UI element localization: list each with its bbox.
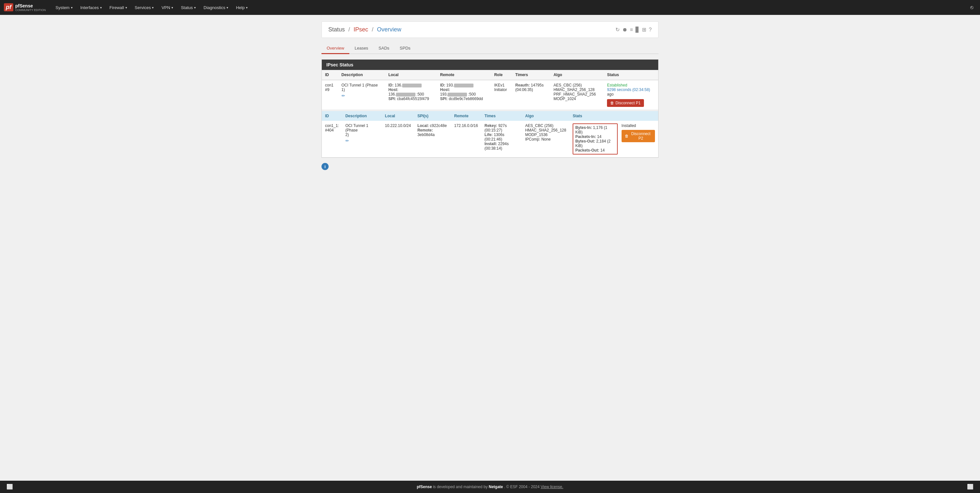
p1-local-id-value: 136. xyxy=(395,83,402,87)
p1-remote-id: ID: 193. xyxy=(440,83,488,87)
p1-status-seconds: 9298 seconds (02:34:58) xyxy=(607,87,655,92)
info-icon[interactable]: i xyxy=(321,163,329,170)
p1-algo-2: HMAC_SHA2_256_128 xyxy=(554,87,600,92)
p2-packets-in-label: Packets-In: xyxy=(575,135,596,139)
caret-icon: ▾ xyxy=(246,6,248,10)
nav-item-diagnostics[interactable]: Diagnostics▾ xyxy=(200,0,232,15)
p1-algo-cell: AES_CBC (256) HMAC_SHA2_256_128 PRF_HMAC… xyxy=(550,80,604,110)
p2-times-cell: Rekey: 927s (00:15:27) Life: 1306s (00:2… xyxy=(481,121,522,157)
content-wrapper: Status / IPsec / Overview ↻ ⏺ ≡ ▊ ⊞ ? Ov… xyxy=(312,15,668,196)
tab-bar: Overview Leases SADs SPDs xyxy=(321,43,659,54)
p1-col-status: Status xyxy=(604,70,658,80)
caret-icon: ▾ xyxy=(194,6,196,10)
nav-item-interfaces[interactable]: Interfaces▾ xyxy=(76,0,106,15)
p2-table-header: ID Description Local SPI(s) Remote Times… xyxy=(322,111,658,121)
p1-reauth-value: 14795s xyxy=(531,83,544,87)
p1-local-host-label: Host: xyxy=(388,87,398,92)
bc-sep-2: / xyxy=(372,26,373,33)
p2-algo-4: IPComp: None xyxy=(525,137,566,141)
p1-timers-cell: Reauth: 14795s (04:06:35) xyxy=(512,80,550,110)
p1-remote-id-label: ID: xyxy=(440,83,445,87)
chart-icon[interactable]: ▊ xyxy=(635,27,640,33)
p1-role-line1: IKEv1 xyxy=(494,83,509,87)
p1-local-host-redacted xyxy=(396,93,415,97)
disconnect-p1-button[interactable]: 🗑 Disconnect P1 xyxy=(607,99,644,107)
p1-reauth-label: Reauth: xyxy=(515,83,530,87)
p1-id-line1: con1 xyxy=(325,83,335,87)
tab-sads[interactable]: SADs xyxy=(373,43,395,54)
p1-remote-host-value: 193. xyxy=(440,92,447,97)
p2-packets-out-value: 14 xyxy=(600,148,605,152)
p2-stats-cell: Bytes-In: 1,176 (1 KiB) Packets-In: 14 B… xyxy=(570,121,658,157)
help-icon[interactable]: ? xyxy=(649,27,652,33)
nav-item-services[interactable]: Services▾ xyxy=(131,0,158,15)
p1-remote-spi: SPI: dcd9e9c7eb8669dd xyxy=(440,97,488,101)
caret-icon: ▾ xyxy=(172,6,173,10)
p2-install-value: 2294s xyxy=(498,141,509,146)
p2-col-spi: SPI(s) xyxy=(414,111,451,121)
refresh-icon[interactable]: ↻ xyxy=(616,27,620,33)
disconnect-p2-button[interactable]: 🗑 Disconnect P2 xyxy=(622,130,655,142)
p2-spi-cell: Local: c922c48e Remote: 3eb08d4a xyxy=(414,121,451,157)
brand-sub: COMMUNITY EDITION xyxy=(15,8,46,12)
p2-spi-remote-value: 3eb08d4a xyxy=(417,133,434,137)
p2-packets-in-value: 14 xyxy=(597,135,601,139)
record-icon[interactable]: ⏺ xyxy=(622,27,627,33)
bc-overview: Overview xyxy=(377,26,401,33)
p1-local-id: ID: 136. xyxy=(388,83,434,87)
p2-col-local: Local xyxy=(382,111,414,121)
p2-table: ID Description Local SPI(s) Remote Times… xyxy=(322,111,658,157)
p1-status-cell: Established 9298 seconds (02:34:58) ago … xyxy=(604,80,658,110)
filter-icon[interactable]: ≡ xyxy=(630,27,633,33)
nav-item-firewall[interactable]: Firewall▾ xyxy=(106,0,131,15)
breadcrumb-actions: ↻ ⏺ ≡ ▊ ⊞ ? xyxy=(616,27,652,33)
p2-local-cell: 10.222.10.0/24 xyxy=(382,121,414,157)
nav-item-help[interactable]: Help▾ xyxy=(232,0,251,15)
p2-status-installed-area: Installed 🗑 Disconnect P2 xyxy=(622,124,655,142)
p1-reauth: Reauth: 14795s xyxy=(515,83,547,87)
p1-algo-1: AES_CBC (256) xyxy=(554,83,600,87)
navbar-right: ⎋ xyxy=(968,5,976,10)
tab-spds[interactable]: SPDs xyxy=(395,43,415,54)
p2-col-desc: Description xyxy=(342,111,382,121)
p2-edit-icon[interactable]: ✏ xyxy=(345,138,349,143)
tab-leases[interactable]: Leases xyxy=(349,43,373,54)
p1-local-host: Host: xyxy=(388,87,434,92)
p2-desc-line1: OCI Tunnel 1 (Phase xyxy=(345,124,379,133)
panel-title: IPsec Status xyxy=(322,60,658,70)
p2-spi-local-label: Local: xyxy=(417,124,429,128)
nav-item-status[interactable]: Status▾ xyxy=(177,0,200,15)
tab-overview[interactable]: Overview xyxy=(321,43,349,54)
p2-spi-local-value: c922c48e xyxy=(430,124,447,128)
caret-icon: ▾ xyxy=(71,6,73,10)
nav-item-system[interactable]: System▾ xyxy=(51,0,76,15)
p1-remote-host-redacted xyxy=(447,93,467,97)
grid-icon[interactable]: ⊞ xyxy=(642,27,646,33)
p1-remote-spi-label: SPI: xyxy=(440,97,447,101)
p2-algo-3: MODP_1536 xyxy=(525,133,566,137)
p1-role-cell: IKEv1 Initiator xyxy=(491,80,512,110)
p1-algo-4: MODP_1024 xyxy=(554,97,600,101)
brand: pf pfSense COMMUNITY EDITION xyxy=(4,3,46,12)
p1-remote-id-redacted xyxy=(454,84,474,87)
nav-menu: System▾ Interfaces▾ Firewall▾ Services▾ … xyxy=(51,0,251,15)
p1-status-ago: ago xyxy=(607,92,655,97)
p1-remote-host-addr: 193. :500 xyxy=(440,92,488,97)
bc-ipsec[interactable]: IPsec xyxy=(353,26,368,33)
breadcrumb-bar: Status / IPsec / Overview ↻ ⏺ ≡ ▊ ⊞ ? xyxy=(321,21,659,38)
p2-desc-line2: 2) xyxy=(345,133,379,137)
info-area: i xyxy=(321,163,659,170)
p2-col-times: Times xyxy=(481,111,522,121)
p1-local-spi: SPI: cba64fc45515f479 xyxy=(388,97,434,101)
bc-status: Status xyxy=(328,26,345,33)
p2-remote-cell: 172.16.0.0/16 xyxy=(451,121,481,157)
p2-rekey-label: Rekey: xyxy=(485,124,497,128)
p1-local-spi-value: cba64fc45515f479 xyxy=(397,97,429,101)
p1-edit-icon[interactable]: ✏ xyxy=(342,93,345,98)
p1-remote-id-value: 193. xyxy=(446,83,454,87)
nav-item-vpn[interactable]: VPN▾ xyxy=(158,0,177,15)
ipsec-status-panel: IPsec Status ID Description Local Remote… xyxy=(321,59,659,158)
p1-local-port: :500 xyxy=(417,92,424,97)
p2-algo-1: AES_CBC (256) xyxy=(525,124,566,128)
logout-icon[interactable]: ⎋ xyxy=(968,5,976,10)
